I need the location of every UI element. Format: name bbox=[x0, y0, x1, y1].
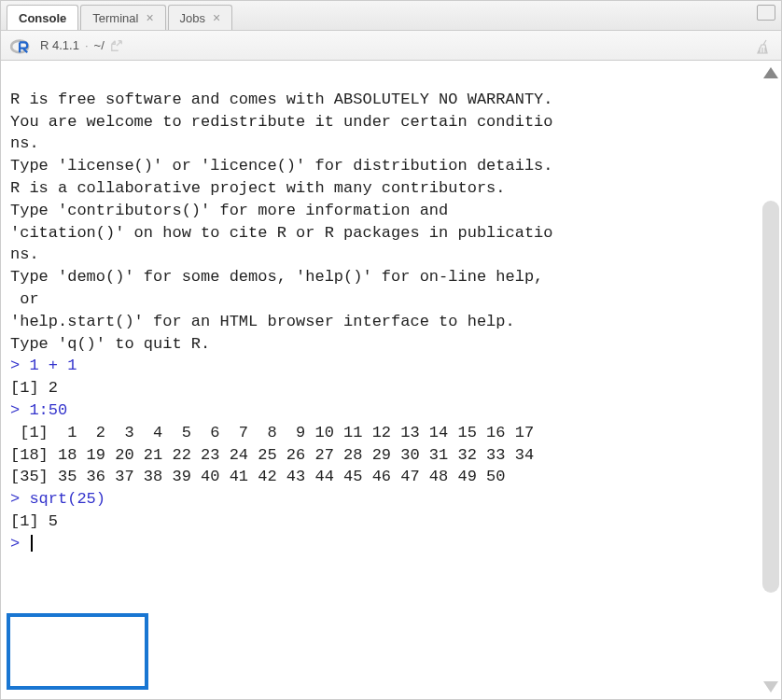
text-cursor bbox=[31, 535, 33, 552]
maximize-icon[interactable] bbox=[757, 7, 774, 21]
console-input-line: > 1:50 bbox=[10, 401, 67, 419]
console-line: [1] 5 bbox=[10, 511, 751, 533]
console-output-line: ns. bbox=[10, 134, 39, 152]
console-line: R is a collaborative project with many c… bbox=[10, 177, 751, 200]
console-input-line: > 1 + 1 bbox=[10, 357, 77, 374]
console-output-line: 'help.start()' for an HTML browser inter… bbox=[10, 313, 515, 330]
console-area: R is free software and comes with ABSOLU… bbox=[1, 61, 781, 699]
scroll-thumb[interactable] bbox=[762, 201, 779, 593]
console-output-line: Type 'license()' or 'licence()' for dist… bbox=[10, 157, 553, 175]
console-output-line: [1] 1 2 3 4 5 6 7 8 9 10 11 12 13 14 15 … bbox=[10, 424, 534, 441]
console-output-line: Type 'q()' to quit R. bbox=[10, 335, 210, 353]
console-line: or bbox=[10, 288, 751, 311]
tab-label: Jobs bbox=[180, 11, 205, 25]
console-line: [35] 35 36 37 38 39 40 41 42 43 44 45 46… bbox=[10, 466, 751, 488]
console-output-line: R is a collaborative project with many c… bbox=[10, 179, 506, 197]
console-line: You are welcome to redistribute it under… bbox=[10, 111, 751, 133]
scroll-up-button[interactable] bbox=[761, 64, 781, 81]
console-output-line: ns. bbox=[10, 245, 39, 263]
console-line: Type 'contributors()' for more informati… bbox=[10, 200, 751, 222]
share-icon[interactable] bbox=[110, 39, 123, 52]
console-line: 'citation()' on how to cite R or R packa… bbox=[10, 222, 751, 245]
console-line: Type 'license()' or 'licence()' for dist… bbox=[10, 155, 751, 177]
console-output-line: Type 'contributors()' for more informati… bbox=[10, 202, 448, 219]
console-output-line: Type 'demo()' for some demos, 'help()' f… bbox=[10, 268, 543, 286]
r-version: R 4.1.1 bbox=[40, 38, 79, 52]
tab-terminal[interactable]: Terminal × bbox=[80, 5, 165, 30]
console-output-line: or bbox=[10, 290, 39, 308]
console-input-line: > sqrt(25) bbox=[10, 490, 105, 508]
close-icon[interactable]: × bbox=[213, 11, 220, 24]
console-output-line: 'citation()' on how to cite R or R packa… bbox=[10, 224, 553, 242]
chevron-down-icon bbox=[763, 681, 778, 693]
console-output-line: [18] 18 19 20 21 22 23 24 25 26 27 28 29… bbox=[10, 446, 534, 464]
console-output[interactable]: R is free software and comes with ABSOLU… bbox=[1, 61, 761, 699]
scroll-down-button[interactable] bbox=[761, 679, 781, 695]
console-line bbox=[10, 66, 751, 89]
console-line: Type 'demo()' for some demos, 'help()' f… bbox=[10, 266, 751, 288]
scrollbar[interactable] bbox=[761, 61, 781, 699]
working-directory[interactable]: ~/ bbox=[94, 38, 105, 52]
console-output-line bbox=[10, 68, 543, 86]
r-logo-icon bbox=[10, 37, 31, 54]
console-line: [18] 18 19 20 21 22 23 24 25 26 27 28 29… bbox=[10, 444, 751, 467]
console-output-line: R is free software and comes with ABSOLU… bbox=[10, 91, 553, 108]
console-line: 'help.start()' for an HTML browser inter… bbox=[10, 311, 751, 333]
console-output-line: [1] 2 bbox=[10, 379, 58, 397]
tab-bar: Console Terminal × Jobs × bbox=[1, 1, 781, 31]
chevron-up-icon bbox=[763, 67, 778, 78]
tab-bar-actions bbox=[757, 7, 774, 24]
tab-jobs[interactable]: Jobs × bbox=[168, 5, 233, 30]
console-line: [1] 2 bbox=[10, 377, 751, 399]
tab-label: Console bbox=[19, 11, 66, 25]
toolbar-right bbox=[755, 38, 772, 58]
close-icon[interactable]: × bbox=[146, 11, 153, 24]
console-output-line: You are welcome to redistribute it under… bbox=[10, 113, 553, 131]
clear-console-icon[interactable] bbox=[755, 44, 772, 58]
console-line: > sqrt(25) bbox=[10, 488, 751, 511]
console-line: [1] 1 2 3 4 5 6 7 8 9 10 11 12 13 14 15 … bbox=[10, 422, 751, 444]
console-output-line: [35] 35 36 37 38 39 40 41 42 43 44 45 46… bbox=[10, 468, 506, 485]
tab-console[interactable]: Console bbox=[7, 5, 78, 30]
console-line: > 1:50 bbox=[10, 399, 751, 422]
console-line: > 1 + 1 bbox=[10, 355, 751, 377]
console-toolbar: R 4.1.1 · ~/ bbox=[1, 31, 781, 61]
console-line: > bbox=[10, 533, 751, 555]
tab-label: Terminal bbox=[92, 11, 138, 25]
toolbar-separator: · bbox=[85, 38, 89, 52]
console-output-line: [1] 5 bbox=[10, 512, 58, 530]
console-line: ns. bbox=[10, 244, 751, 266]
console-input-line: > bbox=[10, 535, 29, 553]
console-line: R is free software and comes with ABSOLU… bbox=[10, 89, 751, 111]
console-line: Type 'q()' to quit R. bbox=[10, 333, 751, 356]
console-line: ns. bbox=[10, 133, 751, 155]
